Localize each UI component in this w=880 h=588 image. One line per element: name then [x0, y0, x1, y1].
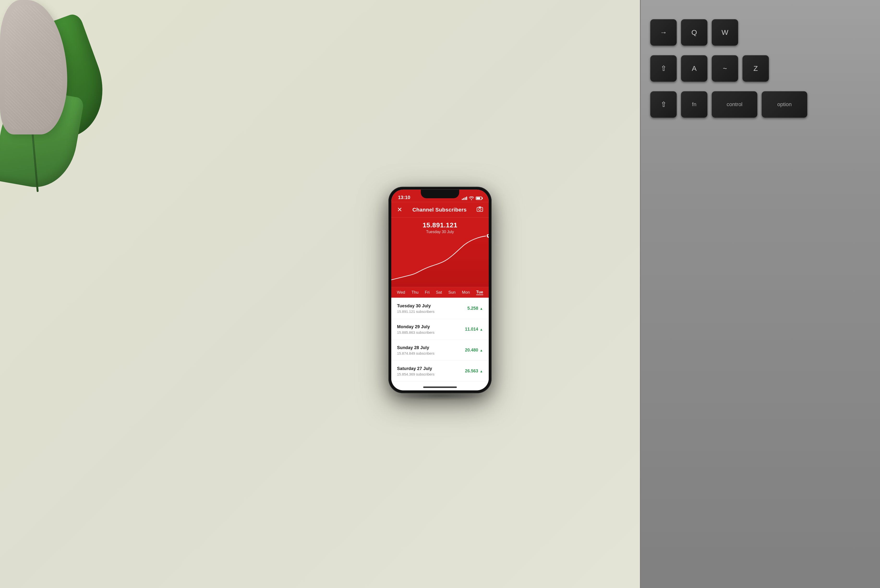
key-q[interactable]: Q	[681, 19, 708, 46]
chart-current-date: Tuesday 30 July	[391, 230, 489, 234]
list-item-date-2: Sunday 28 July	[397, 345, 465, 350]
chart-info: 15.891.121 Tuesday 30 July	[391, 221, 489, 234]
key-shift-right-label: ⇧	[661, 101, 667, 108]
phone-shadow	[394, 391, 486, 400]
camera-button[interactable]	[477, 206, 483, 213]
keyboard-row-2: ⇧ A ~ Z	[650, 55, 870, 82]
key-control[interactable]: control	[712, 91, 757, 118]
list-item-subs-1: 15.885.863 subscribers	[397, 330, 465, 334]
day-labels-bar: Wed Thu Fri Sat Sun Mon Tue	[391, 287, 489, 297]
list-item-date-3: Saturday 27 July	[397, 366, 465, 371]
chart-svg	[391, 234, 489, 287]
wifi-icon	[469, 196, 474, 200]
key-a-label: A	[692, 65, 697, 72]
key-z[interactable]: Z	[742, 55, 769, 82]
signal-bar-3	[465, 197, 466, 200]
key-fn[interactable]: fn	[681, 91, 708, 118]
key-a[interactable]: A	[681, 55, 708, 82]
day-label-mon[interactable]: Mon	[462, 290, 470, 295]
laptop-body: → Q W ⇧ A ~	[640, 0, 880, 588]
list-item-right-0: 5.258 ▲	[467, 306, 483, 311]
key-q-label: Q	[691, 29, 697, 36]
list-item-subs-0: 15.891.121 subscribers	[397, 309, 467, 314]
svg-point-1	[479, 208, 481, 210]
keyboard-row-1: → Q W	[650, 19, 870, 46]
notch	[421, 189, 459, 198]
day-label-thu[interactable]: Thu	[411, 290, 418, 295]
battery-fill	[477, 197, 480, 199]
signal-bar-2	[463, 198, 464, 200]
list-item-left-2: Sunday 28 July 15.874.849 subscribers	[397, 345, 465, 355]
key-w[interactable]: W	[712, 19, 738, 46]
page-title: Channel Subscribers	[412, 207, 467, 213]
phone-screen: 13:10	[391, 189, 489, 390]
list-item-change-3: 26.563	[465, 369, 478, 374]
key-tilde-label: ~	[723, 65, 727, 72]
day-label-sun[interactable]: Sun	[448, 290, 456, 295]
key-option-label: option	[777, 101, 792, 108]
key-tab-label: →	[660, 29, 667, 36]
battery-icon	[476, 196, 482, 200]
status-icons	[462, 196, 482, 200]
list-item[interactable]: Monday 29 July 15.885.863 subscribers 11…	[391, 319, 489, 340]
list-item[interactable]: Tuesday 30 July 15.891.121 subscribers 5…	[391, 298, 489, 319]
key-shift-left-label: ⇧	[661, 65, 667, 72]
coral-decoration	[0, 0, 77, 144]
arrow-up-icon-0: ▲	[480, 306, 483, 310]
signal-bars-icon	[462, 196, 467, 200]
home-indicator	[423, 386, 457, 388]
list-item-left-3: Saturday 27 July 15.854.369 subscribers	[397, 366, 465, 376]
day-label-sat[interactable]: Sat	[436, 290, 442, 295]
chart-area: 15.891.121 Tuesday 30 July	[391, 217, 489, 287]
list-item-right-1: 11.014 ▲	[465, 327, 483, 332]
phone: 13:10	[388, 186, 492, 393]
list-item-date-1: Monday 29 July	[397, 324, 465, 329]
arrow-up-icon-1: ▲	[480, 327, 483, 331]
list-item[interactable]: Sunday 28 July 15.874.849 subscribers 20…	[391, 340, 489, 361]
key-shift-left[interactable]: ⇧	[650, 55, 677, 82]
subscribers-list[interactable]: Tuesday 30 July 15.891.121 subscribers 5…	[391, 298, 489, 390]
list-item-change-2: 20.480	[465, 348, 478, 353]
arrow-up-icon-3: ▲	[480, 369, 483, 373]
key-tilde[interactable]: ~	[712, 55, 738, 82]
list-item-change-1: 11.014	[465, 327, 478, 332]
key-w-label: W	[721, 29, 728, 36]
key-fn-label: fn	[692, 101, 696, 108]
status-time: 13:10	[398, 195, 410, 200]
list-item-left-0: Tuesday 30 July 15.891.121 subscribers	[397, 303, 467, 314]
key-tab[interactable]: →	[650, 19, 677, 46]
list-item-left-1: Monday 29 July 15.885.863 subscribers	[397, 324, 465, 334]
key-control-label: control	[727, 101, 742, 108]
list-item-subs-3: 15.854.369 subscribers	[397, 372, 465, 376]
close-button[interactable]: ✕	[397, 206, 402, 213]
chart-current-value: 15.891.121	[391, 221, 489, 229]
key-shift-right[interactable]: ⇧	[650, 91, 677, 118]
app-header: ✕ Channel Subscribers	[391, 202, 489, 217]
keyboard-container: → Q W ⇧ A ~	[641, 0, 880, 142]
day-label-tue[interactable]: Tue	[476, 290, 483, 295]
key-option[interactable]: option	[762, 91, 807, 118]
list-item-subs-2: 15.874.849 subscribers	[397, 351, 465, 355]
arrow-up-icon-2: ▲	[480, 348, 483, 352]
list-item-change-0: 5.258	[467, 306, 478, 311]
day-label-wed[interactable]: Wed	[397, 290, 405, 295]
list-item-right-3: 26.563 ▲	[465, 369, 483, 374]
list-item-right-2: 20.480 ▲	[465, 348, 483, 353]
keyboard-row-3: ⇧ fn control option	[650, 91, 870, 118]
signal-bar-4	[466, 196, 467, 200]
list-item[interactable]: Saturday 27 July 15.854.369 subscribers …	[391, 361, 489, 381]
day-label-fri[interactable]: Fri	[425, 290, 430, 295]
signal-bar-1	[462, 198, 463, 200]
key-z-label: Z	[754, 65, 758, 72]
list-item-date-0: Tuesday 30 July	[397, 303, 467, 308]
laptop: → Q W ⇧ A ~	[628, 0, 880, 588]
phone-wrapper: 13:10	[388, 186, 492, 393]
